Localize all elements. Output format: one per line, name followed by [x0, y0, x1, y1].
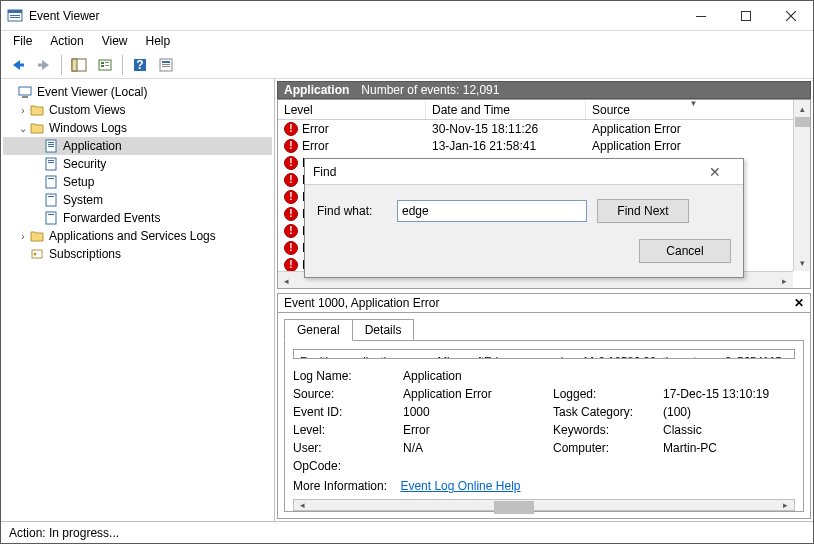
- tree-setup[interactable]: Setup: [3, 173, 272, 191]
- titlebar: Event Viewer: [1, 1, 813, 31]
- error-icon: !: [284, 224, 298, 238]
- svg-rect-33: [48, 178, 54, 179]
- svg-rect-13: [101, 62, 104, 64]
- table-row[interactable]: !Error30-Nov-15 18:11:26Application Erro…: [278, 120, 810, 137]
- error-icon: !: [284, 207, 298, 221]
- tree-label: Subscriptions: [49, 247, 121, 261]
- tree-label: Custom Views: [49, 103, 125, 117]
- vertical-scrollbar[interactable]: ▴ ▾: [793, 100, 810, 271]
- error-icon: !: [284, 190, 298, 204]
- event-list[interactable]: Level Date and Time Source▼ !Error30-Nov…: [277, 99, 811, 289]
- find-input[interactable]: [397, 200, 587, 222]
- scroll-right-icon[interactable]: ▸: [776, 272, 793, 289]
- refresh-button[interactable]: [155, 54, 177, 76]
- log-icon: [43, 156, 59, 172]
- scroll-thumb[interactable]: [795, 117, 810, 127]
- column-source[interactable]: Source▼: [586, 101, 810, 119]
- tree-label: Security: [63, 157, 106, 171]
- tree-apps-services[interactable]: › Applications and Services Logs: [3, 227, 272, 245]
- tree-forwarded[interactable]: Forwarded Events: [3, 209, 272, 227]
- tree-label: Application: [63, 139, 122, 153]
- find-close-button[interactable]: ✕: [695, 164, 735, 180]
- tree-system[interactable]: System: [3, 191, 272, 209]
- scroll-left-icon[interactable]: ◂: [278, 272, 295, 289]
- status-text: Action: In progress...: [9, 526, 119, 540]
- find-what-label: Find what:: [317, 204, 387, 218]
- navigation-tree[interactable]: Event Viewer (Local) › Custom Views ⌄ Wi…: [1, 79, 275, 521]
- properties-button[interactable]: [94, 54, 116, 76]
- svg-rect-34: [46, 194, 56, 206]
- table-row[interactable]: !Error13-Jan-16 21:58:41Application Erro…: [278, 137, 810, 154]
- forward-button[interactable]: [33, 54, 55, 76]
- svg-rect-31: [48, 162, 54, 163]
- toolbar: ?: [1, 51, 813, 79]
- svg-rect-3: [10, 17, 20, 18]
- scroll-up-icon[interactable]: ▴: [794, 100, 810, 117]
- tree-label: Setup: [63, 175, 94, 189]
- tab-details[interactable]: Details: [352, 319, 415, 341]
- help-button[interactable]: ?: [129, 54, 151, 76]
- column-date[interactable]: Date and Time: [426, 101, 586, 119]
- svg-rect-1: [8, 10, 22, 13]
- tree-windows-logs[interactable]: ⌄ Windows Logs: [3, 119, 272, 137]
- svg-rect-2: [10, 15, 20, 16]
- detail-title: Event 1000, Application Error: [284, 296, 439, 310]
- window-title: Event Viewer: [29, 9, 678, 23]
- minimize-button[interactable]: [678, 2, 723, 30]
- tree-subscriptions[interactable]: Subscriptions: [3, 245, 272, 263]
- menu-action[interactable]: Action: [42, 32, 91, 50]
- tree-label: Applications and Services Logs: [49, 229, 216, 243]
- tree-root[interactable]: Event Viewer (Local): [3, 83, 272, 101]
- tree-custom-views[interactable]: › Custom Views: [3, 101, 272, 119]
- menu-help[interactable]: Help: [138, 32, 179, 50]
- svg-rect-4: [696, 16, 706, 17]
- online-help-link[interactable]: Event Log Online Help: [400, 479, 520, 493]
- svg-rect-32: [46, 176, 56, 188]
- log-icon: [43, 192, 59, 208]
- tree-security[interactable]: Security: [3, 155, 272, 173]
- event-count: Number of events: 12,091: [361, 83, 499, 97]
- detail-close-button[interactable]: ✕: [794, 296, 804, 310]
- error-icon: !: [284, 173, 298, 187]
- detail-header: Event 1000, Application Error ✕: [277, 293, 811, 313]
- svg-rect-24: [22, 96, 28, 98]
- tree-label: Event Viewer (Local): [37, 85, 148, 99]
- maximize-button[interactable]: [723, 2, 768, 30]
- column-level[interactable]: Level: [278, 101, 426, 119]
- scroll-left-icon[interactable]: ◂: [294, 500, 311, 510]
- svg-rect-5: [741, 11, 750, 20]
- statusbar: Action: In progress...: [1, 521, 813, 543]
- tree-label: Windows Logs: [49, 121, 127, 135]
- folder-icon: [29, 228, 45, 244]
- find-cancel-button[interactable]: Cancel: [639, 239, 731, 263]
- svg-rect-27: [48, 144, 54, 145]
- show-hide-tree-button[interactable]: [68, 54, 90, 76]
- svg-rect-30: [48, 160, 54, 161]
- close-button[interactable]: [768, 2, 813, 30]
- tree-application[interactable]: Application: [3, 137, 272, 155]
- svg-rect-15: [105, 62, 109, 63]
- svg-text:?: ?: [136, 58, 143, 72]
- event-viewer-window: Event Viewer File Action View Help ? Eve…: [0, 0, 814, 544]
- error-icon: !: [284, 241, 298, 255]
- svg-rect-21: [162, 64, 170, 65]
- svg-rect-20: [162, 61, 170, 63]
- svg-rect-37: [48, 214, 54, 215]
- svg-rect-26: [48, 142, 54, 143]
- find-next-button[interactable]: Find Next: [597, 199, 689, 223]
- log-icon: [43, 138, 59, 154]
- computer-icon: [17, 84, 33, 100]
- folder-open-icon: [29, 120, 45, 136]
- scroll-down-icon[interactable]: ▾: [794, 254, 810, 271]
- back-button[interactable]: [7, 54, 29, 76]
- scroll-thumb[interactable]: [494, 501, 534, 514]
- event-message: Faulting application name: MicrosoftEdge…: [293, 349, 795, 359]
- menu-view[interactable]: View: [94, 32, 136, 50]
- list-header: Level Date and Time Source▼: [278, 100, 810, 120]
- detail-horizontal-scrollbar[interactable]: ◂ ▸: [293, 499, 795, 511]
- tab-general[interactable]: General: [284, 319, 353, 341]
- tree-label: Forwarded Events: [63, 211, 160, 225]
- menu-file[interactable]: File: [5, 32, 40, 50]
- scroll-right-icon[interactable]: ▸: [777, 500, 794, 510]
- log-icon: [43, 174, 59, 190]
